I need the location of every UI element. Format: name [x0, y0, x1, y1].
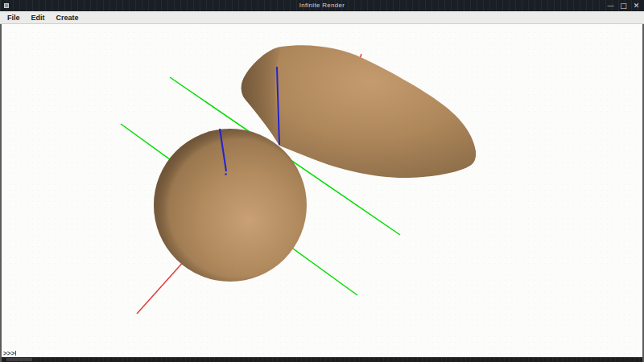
- sphere-rim-shading: [154, 129, 307, 282]
- close-button[interactable]: ✕: [632, 0, 641, 11]
- menu-item-create[interactable]: Create: [55, 14, 80, 22]
- render-canvas[interactable]: [2, 24, 642, 357]
- minimize-button[interactable]: —: [606, 0, 615, 11]
- maximize-button[interactable]: □: [619, 0, 628, 11]
- text-caret: [15, 351, 16, 356]
- console-input-line[interactable]: >>>: [3, 350, 16, 356]
- menu-item-edit[interactable]: Edit: [30, 14, 47, 22]
- window-title: Infinite Render: [0, 0, 644, 11]
- title-bar: Infinite Render — □ ✕: [0, 0, 644, 11]
- menu-bar: File Edit Create: [0, 11, 644, 24]
- menu-item-file[interactable]: File: [6, 14, 22, 22]
- red-axis-line: [137, 260, 185, 314]
- console-prompt: >>>: [3, 350, 14, 357]
- window-controls: — □ ✕: [606, 0, 641, 11]
- scrollbar-thumb[interactable]: [6, 358, 32, 361]
- app-window: Infinite Render — □ ✕ File Edit Create: [0, 0, 644, 362]
- viewport-area: >>>: [0, 24, 644, 362]
- blue-normal-dot: [225, 173, 226, 175]
- window-icon: [4, 3, 9, 8]
- horizontal-scrollbar[interactable]: [2, 357, 642, 362]
